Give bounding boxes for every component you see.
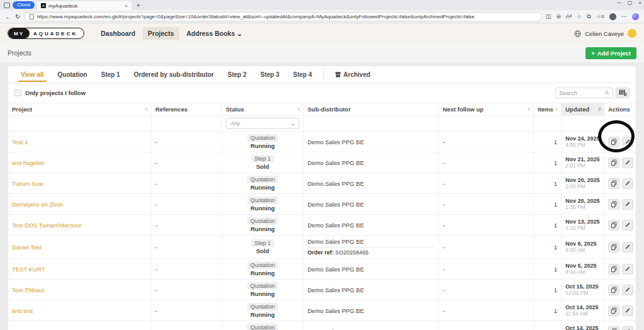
edit-button[interactable] xyxy=(622,326,633,330)
tab-step-1[interactable]: Step 1 xyxy=(95,67,126,82)
col-header-project[interactable]: Project↑↓ xyxy=(8,103,152,115)
project-link[interactable]: test NH xyxy=(12,328,147,330)
duplicate-button[interactable] xyxy=(608,326,619,330)
edit-button[interactable] xyxy=(622,220,633,230)
duplicate-button[interactable] xyxy=(608,305,619,316)
collections-icon[interactable]: ☆≡ xyxy=(596,13,604,20)
sort-icon[interactable]: ↑↓ xyxy=(555,106,557,112)
duplicate-button[interactable] xyxy=(608,157,619,168)
updated-time: 9:50 AM xyxy=(565,247,600,253)
project-link[interactable]: Daniel Test xyxy=(12,244,147,251)
back-icon[interactable]: ← xyxy=(5,13,11,20)
tab-view-all[interactable]: View all xyxy=(14,67,50,82)
sort-descending-icon[interactable]: ↓↑ xyxy=(597,106,600,112)
tab-step-2[interactable]: Step 2 xyxy=(221,67,253,82)
project-link[interactable]: Test 1 xyxy=(12,139,147,145)
edit-button[interactable] xyxy=(622,137,633,147)
edit-button[interactable] xyxy=(622,305,633,316)
sort-icon[interactable]: ↑↓ xyxy=(145,106,147,112)
cloud-workspace-badge[interactable]: Cloud xyxy=(13,1,35,9)
favorites-star-icon[interactable]: ☆ xyxy=(577,13,582,20)
duplicate-button[interactable] xyxy=(608,137,619,147)
copilot-icon[interactable] xyxy=(632,13,639,20)
split-screen-icon[interactable]: ◫ xyxy=(546,13,552,20)
site-info-icon[interactable] xyxy=(30,14,34,20)
table-row: test NH - Quotation Running Demo Sales P… xyxy=(8,321,636,330)
nav-item-dashboard[interactable]: Dashboard xyxy=(96,27,140,40)
address-bar[interactable]: https://www.myaquadeck.com/en-gb/#/proje… xyxy=(24,12,541,21)
tab-archived[interactable]: Archived xyxy=(329,67,377,82)
new-tab-button[interactable]: + xyxy=(136,2,140,9)
col-header-updated[interactable]: Updated↓↑ xyxy=(562,103,604,115)
actions-cell xyxy=(604,152,637,173)
read-aloud-icon[interactable]: Aᵃ xyxy=(566,13,572,20)
tab-ordered-by-sub-distributor[interactable]: Ordered by sub-distributor xyxy=(128,67,220,82)
window-maximize-button[interactable]: ▢ xyxy=(628,0,633,6)
copy-icon xyxy=(611,307,618,314)
duplicate-button[interactable] xyxy=(608,264,619,275)
only-followed-checkbox[interactable] xyxy=(14,89,21,96)
edit-button[interactable] xyxy=(622,199,633,210)
col-header-items[interactable]: Items↑↓ xyxy=(534,103,562,115)
browser-tab-strip: Cloud A myAquadeck × + ─ ▢ × xyxy=(0,0,644,10)
edit-button[interactable] xyxy=(622,242,633,253)
status-filter-dropdown[interactable]: Any ⌄ xyxy=(226,118,299,129)
edit-button[interactable] xyxy=(622,178,633,189)
tab-quotation[interactable]: Quotation xyxy=(52,67,94,82)
browser-profile-avatar[interactable] xyxy=(609,13,616,20)
refresh-icon[interactable]: ↻ xyxy=(15,13,20,20)
myaquadeck-logo[interactable]: MY AQUADECK xyxy=(8,28,84,39)
project-link[interactable]: test hugelier xyxy=(12,159,147,166)
tab-step-3[interactable]: Step 3 xyxy=(254,67,286,82)
user-avatar[interactable] xyxy=(628,29,636,38)
search-box[interactable] xyxy=(555,88,613,98)
edit-button[interactable] xyxy=(622,157,633,168)
updated-date: Oct 14, 2025 xyxy=(565,325,600,330)
column-settings-button[interactable] xyxy=(616,88,630,98)
edit-button[interactable] xyxy=(622,264,633,275)
col-header-next-follow-up[interactable]: Next follow up↑↓ xyxy=(439,103,534,115)
duplicate-button[interactable] xyxy=(608,199,619,210)
workspace-icon[interactable] xyxy=(4,3,10,8)
status-state-label: Running xyxy=(250,142,275,149)
duplicate-button[interactable] xyxy=(608,242,619,253)
language-globe-icon[interactable] xyxy=(574,30,581,37)
pencil-icon xyxy=(625,139,631,145)
project-link[interactable]: Demeyere en Zoon xyxy=(12,201,147,208)
browser-menu-icon[interactable]: ⋯ xyxy=(621,13,627,20)
user-name[interactable]: Celien Caveye xyxy=(585,30,624,37)
tab-step-4[interactable]: Step 4 xyxy=(287,67,318,82)
items-cell: 1 xyxy=(534,321,562,330)
add-project-button[interactable]: + Add Project xyxy=(586,47,636,59)
order-ref: Order ref: SO20258465 xyxy=(308,247,435,256)
edit-button[interactable] xyxy=(622,285,633,295)
table-row: TEST KURT - Quotation Running Demo Sales… xyxy=(8,258,636,279)
extensions-icon[interactable]: ⧉ xyxy=(587,13,591,20)
window-close-button[interactable]: × xyxy=(638,0,641,6)
duplicate-button[interactable] xyxy=(608,178,619,189)
sort-icon[interactable]: ↑↓ xyxy=(297,106,299,112)
col-header-references[interactable]: References xyxy=(152,103,222,115)
col-header-sub-distributor[interactable]: Sub-distributor xyxy=(304,103,439,115)
items-cell: 1 xyxy=(534,132,562,152)
sort-icon[interactable]: ↑↓ xyxy=(527,106,530,112)
nav-item-address-books[interactable]: Address Books ⌄ xyxy=(182,27,248,40)
project-link[interactable]: Test Thibaut xyxy=(12,287,147,293)
browser-tab[interactable]: A myAquadeck × xyxy=(37,1,131,10)
table-columns-gear-icon xyxy=(619,89,627,96)
tab-close-icon[interactable]: × xyxy=(125,3,128,9)
project-link[interactable]: TEST KURT xyxy=(12,266,147,273)
duplicate-button[interactable] xyxy=(608,285,619,295)
duplicate-button[interactable] xyxy=(608,220,619,230)
project-cell: Test DDS Tuinarchitectuur xyxy=(8,215,152,235)
col-header-status[interactable]: Status↑↓ xyxy=(222,103,304,115)
nav-item-projects[interactable]: Projects xyxy=(143,27,179,40)
project-link[interactable]: Tuinen Sow xyxy=(12,180,147,187)
window-minimize-button[interactable]: ─ xyxy=(618,0,621,6)
status-step-badge: Quotation xyxy=(247,261,278,269)
project-link[interactable]: test test xyxy=(12,307,147,314)
project-link[interactable]: Test DDS Tuinarchitectuur xyxy=(12,222,147,229)
zoom-out-icon[interactable]: ⊖ xyxy=(556,13,561,20)
status-state-label: Running xyxy=(250,184,275,191)
search-input[interactable] xyxy=(559,90,603,96)
